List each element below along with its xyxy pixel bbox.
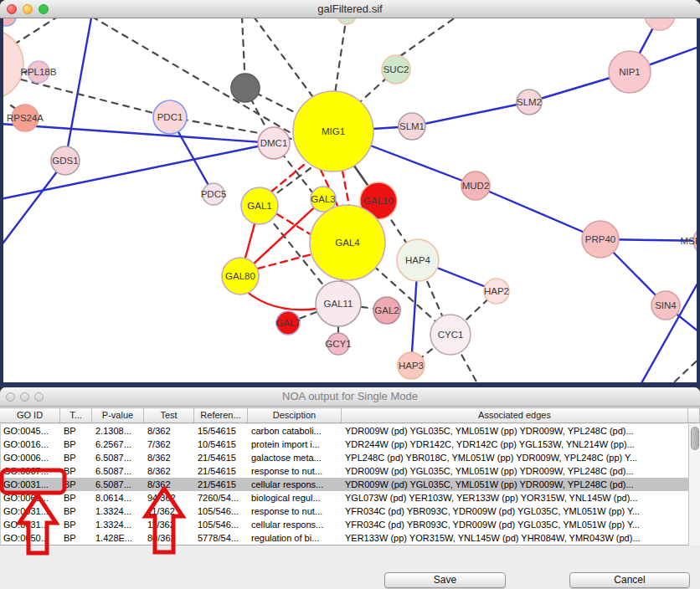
network-canvas[interactable]: RPL18BRPS24AGDS1PDC1PDC5DMC1MIG1SUC2SLM1…: [3, 18, 697, 382]
graph-node-label-GAL80: GAL80: [225, 271, 255, 281]
cell-go_id: GO:0031...: [1, 478, 61, 491]
cell-reference: 105/546...: [195, 518, 249, 531]
noa-output-window: NOA output for Single Mode GO IDT...P-va…: [0, 387, 700, 589]
graph-node-big-left[interactable]: [3, 29, 23, 100]
table-row[interactable]: GO:0050...BP1.428E...80/3625778/54...reg…: [1, 531, 688, 545]
graph-node-label-MUD2: MUD2: [462, 181, 490, 191]
graph-node-label-SLM1: SLM1: [399, 121, 425, 131]
cell-go_id: GO:0016...: [1, 438, 61, 451]
cell-description: protein import i...: [249, 438, 342, 451]
cell-type: BP: [61, 424, 93, 438]
cell-test: 80/362: [145, 531, 195, 545]
graph-edge: [254, 18, 315, 100]
graph-node-label-PDC5: PDC5: [201, 189, 227, 199]
column-header-desciption[interactable]: Desciption: [248, 408, 342, 423]
column-header-corner: [688, 408, 700, 423]
graph-node-label-GAL7: GAL7: [275, 318, 300, 328]
cell-test: 8/362: [145, 424, 195, 438]
cell-test: 8/362: [145, 451, 195, 464]
cell-type: BP: [61, 451, 93, 464]
graph-window-titlebar[interactable]: galFiltered.sif: [0, 0, 700, 18]
cell-type: BP: [61, 504, 93, 518]
cancel-button[interactable]: Cancel: [569, 572, 690, 588]
graph-node-gray-node[interactable]: [231, 74, 260, 102]
vertical-scrollbar[interactable]: [688, 424, 700, 545]
graph-edge: [65, 18, 92, 161]
results-table: GO IDT...P-valueTestReferen...Desciption…: [0, 407, 700, 589]
cell-go_id: GO:0007...: [1, 464, 61, 478]
graph-node-cut-top-green[interactable]: [337, 18, 356, 24]
graph-node-label-GAL11: GAL11: [324, 299, 353, 309]
column-header-associated-edges[interactable]: Associated edges: [342, 408, 688, 423]
table-body: GO:0045...BP2.1308...8/36215/54615carbon…: [0, 424, 688, 545]
column-header-test[interactable]: Test: [144, 408, 194, 423]
table-row[interactable]: GO:0007...BP6.5087...8/36221/54615respon…: [1, 464, 688, 478]
cell-test: 8/362: [145, 464, 195, 478]
graph-edge: [14, 18, 60, 44]
table-row[interactable]: GO:0016...BP6.2567...7/36210/54615protei…: [1, 438, 688, 451]
table-row[interactable]: GO:0006...BP6.5087...8/36221/54615galact…: [1, 451, 688, 464]
graph-node-cut-top-left[interactable]: [3, 18, 16, 26]
graph-node-label-MSI: MSI: [681, 236, 697, 246]
cell-test: 94/362: [145, 491, 195, 504]
table-row[interactable]: GO:0031...BP1.3324...11/362105/546...cel…: [1, 518, 688, 531]
cell-p_value: 8.0614...: [93, 491, 145, 504]
column-header-go-id[interactable]: GO ID: [0, 408, 60, 423]
table-bottom-divider: [0, 545, 688, 545]
graph-edge: [3, 143, 274, 199]
table-row[interactable]: GO:0065...BP8.0614...94/3627260/54...bio…: [1, 491, 688, 504]
save-button[interactable]: Save: [384, 572, 506, 588]
cell-p_value: 1.3324...: [93, 504, 145, 518]
graph-node-label-CYC1: CYC1: [438, 330, 464, 340]
cell-edges: YDR009W (pd) YGL035C, YML051W (pp) YDR00…: [342, 478, 688, 491]
graph-node-label-GAL4: GAL4: [335, 238, 360, 248]
cell-p_value: 6.5087...: [93, 478, 145, 491]
cell-edges: YDR009W (pd) YGL035C, YML051W (pp) YDR00…: [342, 464, 688, 478]
cell-edges: YFR034C (pd) YBR093C, YDR009W (pd) YGL03…: [342, 518, 688, 531]
cell-reference: 21/54615: [195, 478, 249, 491]
cell-test: 7/362: [145, 438, 195, 451]
column-header-t-[interactable]: T...: [60, 408, 92, 423]
graph-node-label-SLM2: SLM2: [517, 97, 542, 107]
column-header-referen-[interactable]: Referen...: [194, 408, 248, 423]
noa-window-titlebar[interactable]: NOA output for Single Mode: [0, 387, 700, 407]
graph-edge: [3, 161, 65, 256]
cell-test: 11/362: [145, 504, 195, 518]
scrollbar-thumb[interactable]: [691, 427, 699, 450]
cell-description: cellular respons...: [249, 478, 342, 491]
cell-reference: 15/54615: [195, 424, 249, 438]
column-header-p-value[interactable]: P-value: [92, 408, 144, 423]
graph-node-label-HAP3: HAP3: [399, 361, 424, 371]
graph-node-cut-top-right[interactable]: [645, 18, 675, 30]
table-row[interactable]: GO:0045...BP2.1308...8/36215/54615carbon…: [1, 424, 688, 438]
cell-reference: 105/546...: [195, 504, 249, 518]
graph-node-label-PDC1: PDC1: [157, 112, 183, 122]
graph-edge: [335, 18, 347, 94]
cell-reference: 10/54615: [195, 438, 249, 451]
cell-p_value: 2.1308...: [93, 424, 145, 438]
graph-edge: [675, 351, 697, 382]
graph-node-label-PRP40: PRP40: [585, 234, 615, 244]
noa-window-title: NOA output for Single Mode: [0, 387, 700, 406]
cell-edges: YGL073W (pd) YER103W, YER133W (pp) YOR31…: [342, 491, 688, 504]
cell-reference: 7260/54...: [195, 491, 249, 504]
graph-node-label-GDS1: GDS1: [52, 156, 78, 166]
cell-description: carbon cataboli...: [249, 424, 342, 438]
graph-node-label-GAL1: GAL1: [247, 201, 271, 211]
graph-node-label-NIP1: NIP1: [619, 67, 641, 77]
cell-go_id: GO:0065...: [1, 491, 61, 504]
graph-edge: [21, 79, 170, 117]
cell-type: BP: [61, 438, 93, 451]
table-row[interactable]: GO:0031...BP1.3324...11/362105/546...res…: [1, 504, 688, 518]
cell-type: BP: [61, 491, 93, 504]
table-header: GO IDT...P-valueTestReferen...Desciption…: [0, 408, 700, 423]
graph-canvas-frame: RPL18BRPS24AGDS1PDC1PDC5DMC1MIG1SUC2SLM1…: [0, 18, 700, 387]
table-row[interactable]: GO:0031...BP6.5087...8/36221/54615cellul…: [1, 478, 688, 491]
graph-edge: [271, 165, 304, 192]
graph-window: galFiltered.sif RPL18BRPS24AGDS1PDC1PDC5…: [0, 0, 700, 387]
cell-go_id: GO:0031...: [1, 518, 61, 531]
cell-description: galactose meta...: [249, 451, 342, 464]
graph-edge: [342, 171, 349, 206]
cell-reference: 21/54615: [195, 464, 249, 478]
cell-edges: YFR034C (pd) YBR093C, YDR009W (pd) YGL03…: [342, 504, 688, 518]
